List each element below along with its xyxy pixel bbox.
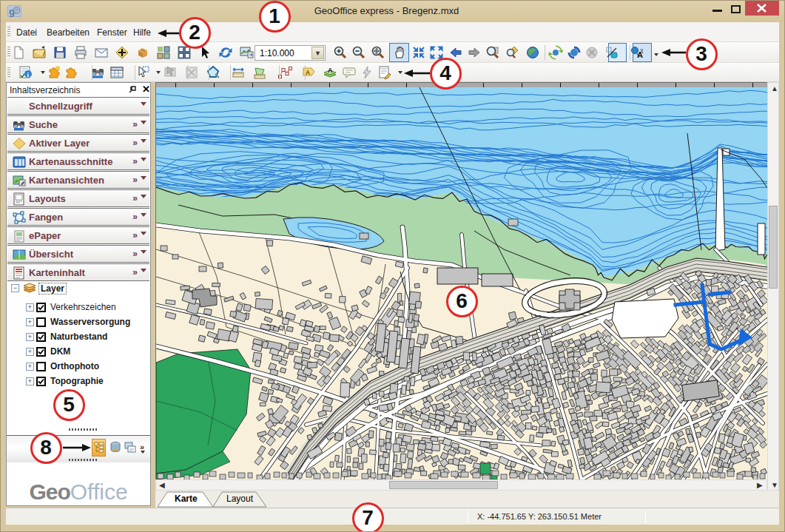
svg-text:A: A xyxy=(328,67,333,74)
svg-text:A: A xyxy=(306,69,310,76)
